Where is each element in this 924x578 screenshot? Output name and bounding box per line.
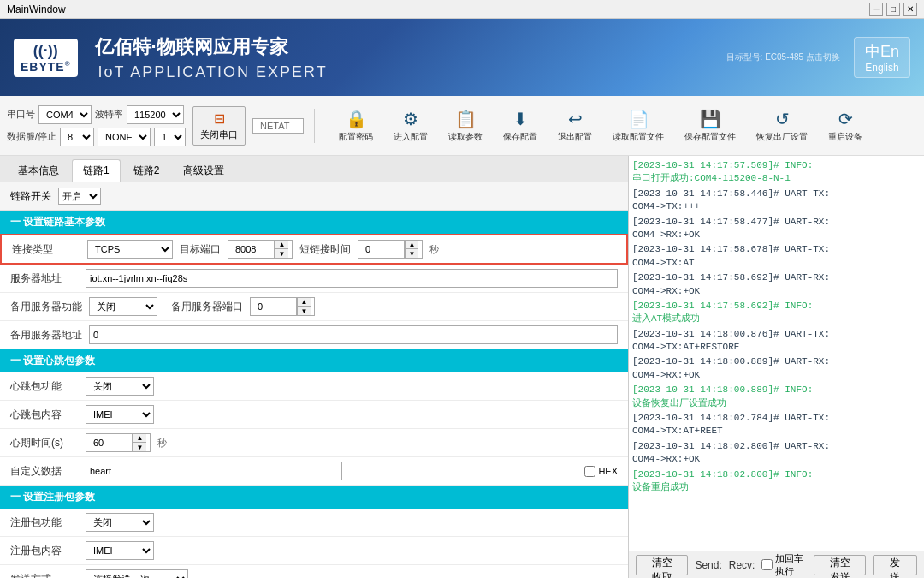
save-config-button[interactable]: ⬇ 保存配置 — [496, 105, 544, 146]
main-area: 基本信息 链路1 链路2 高级设置 链路开关 开启 一 设置链路基本参数 连接 — [0, 156, 924, 578]
send-label: Send: — [695, 559, 721, 571]
hb-func-select[interactable]: 关闭 — [86, 377, 154, 396]
reg-func-select[interactable]: 关闭 — [86, 513, 154, 532]
tab-chain2[interactable]: 链路2 — [122, 159, 171, 182]
hb-hex-checkbox[interactable] — [584, 466, 595, 477]
chain-switch-select[interactable]: 开启 — [58, 188, 101, 205]
reg-content-select[interactable]: IMEI — [86, 541, 154, 560]
tab-advanced[interactable]: 高级设置 — [172, 159, 235, 182]
car-return-label: 加回车执行 — [775, 552, 806, 578]
data-group: 数据服/停止 8 NONE 1 — [7, 128, 186, 146]
hb-content-select[interactable]: IMEI — [86, 405, 154, 424]
port-label: 串口号 — [7, 108, 35, 121]
hb-custom-data-input[interactable] — [86, 462, 342, 480]
enter-config-button[interactable]: ⚙ 进入配置 — [387, 105, 435, 146]
port-settings: 串口号 COM4 波特率 115200 数据服/停止 8 NONE 1 — [7, 105, 186, 146]
backup-server-select[interactable]: 关闭 — [89, 297, 157, 316]
close-port-button[interactable]: ⊟ 关闭串口 — [192, 106, 246, 146]
read-config-file-button[interactable]: 📄 读取配置文件 — [606, 105, 671, 146]
target-port-spinbox: ▲ ▼ — [228, 240, 293, 259]
lang-text: English — [865, 62, 898, 74]
company-title: 亿佰特·物联网应用专家 — [95, 34, 328, 60]
left-panel: 基本信息 链路1 链路2 高级设置 链路开关 开启 一 设置链路基本参数 连接 — [0, 156, 629, 578]
log-entry-8: [2023-10-31 14:18:00.889]# INFO:设备恢复出厂设置… — [632, 384, 921, 410]
data-bits-select[interactable]: 8 — [60, 128, 94, 146]
short-conn-up[interactable]: ▲ — [405, 241, 418, 249]
restore-default-label: 恢复出厂设置 — [756, 131, 808, 143]
logo-area: ((·)) EBYTE® 亿佰特·物联网应用专家 IoT APPLICATION… — [14, 34, 328, 81]
baud-label: 波特率 — [95, 108, 123, 121]
close-button[interactable]: ✕ — [903, 3, 917, 16]
reg-content-label: 注册包内容 — [10, 544, 79, 558]
exit-config-label: 退出配置 — [558, 131, 592, 143]
target-port-up[interactable]: ▲ — [275, 241, 288, 249]
lang-icon: 中En — [865, 41, 899, 62]
data-label: 数据服/停止 — [7, 130, 56, 143]
exit-config-button[interactable]: ↩ 退出配置 — [551, 105, 599, 146]
tab-basic-info[interactable]: 基本信息 — [7, 159, 70, 182]
target-port-input[interactable] — [232, 241, 275, 258]
subtitle: IoT APPLICATION EXPERT — [98, 63, 328, 81]
hb-interval-down[interactable]: ▼ — [133, 443, 146, 451]
backup-port-down[interactable]: ▼ — [297, 307, 311, 315]
recv-label: Recv: — [729, 559, 755, 571]
enter-config-label: 进入配置 — [394, 131, 428, 143]
backup-port-label: 备用服务器端口 — [171, 300, 243, 314]
hb-hex-check: HEX — [584, 466, 618, 477]
reg-content-row: 注册包内容 IMEI — [0, 537, 628, 565]
restore-default-button[interactable]: ↺ 恢复出厂设置 — [749, 105, 814, 146]
stop-bits-select[interactable]: 1 — [154, 128, 186, 146]
baud-select[interactable]: 115200 — [127, 105, 184, 124]
enter-config-icon: ⚙ — [403, 109, 418, 129]
close-port-label: 关闭串口 — [200, 128, 238, 141]
section-register-header: 一 设置注册包参数 — [0, 486, 628, 509]
restore-icon: ↺ — [775, 109, 790, 129]
hb-interval-label: 心期时间(s) — [10, 436, 79, 450]
section-heartbeat-header: 一 设置心跳包参数 — [0, 349, 628, 372]
short-conn-input[interactable] — [362, 241, 405, 258]
reg-send-mode-select[interactable]: 连接发送一次 — [86, 569, 188, 578]
target-port-down[interactable]: ▼ — [275, 249, 288, 258]
nettat-box: NETAT — [252, 118, 304, 134]
log-entry-5: [2023-10-31 14:17:58.692]# INFO:进入AT模式成功 — [632, 300, 921, 326]
logo-ebyte: EBYTE® — [21, 60, 71, 74]
hb-hex-label: HEX — [598, 466, 618, 476]
read-config-file-label: 读取配置文件 — [613, 131, 664, 143]
car-return-checkbox[interactable] — [761, 559, 773, 570]
backup-addr-input[interactable] — [89, 325, 618, 344]
server-addr-input[interactable] — [86, 269, 618, 288]
section-basic-params-header: 一 设置链路基本参数 — [0, 211, 628, 234]
hb-custom-data-label: 自定义数据 — [10, 464, 79, 479]
short-conn-down[interactable]: ▼ — [405, 249, 418, 258]
maximize-button[interactable]: □ — [886, 3, 900, 16]
save-config-file-button[interactable]: 💾 保存配置文件 — [678, 105, 743, 146]
send-button[interactable]: 发送 — [873, 555, 917, 575]
save-config-label: 保存配置 — [503, 131, 537, 143]
wifi-icon: ((·)) — [33, 42, 58, 60]
tab-chain1[interactable]: 链路1 — [72, 159, 121, 182]
save-config-file-label: 保存配置文件 — [684, 131, 736, 143]
backup-server-label: 备用服务器功能 — [10, 300, 82, 314]
port-select[interactable]: COM4 — [38, 105, 92, 124]
log-entry-10: [2023-10-31 14:18:02.800]# UART-RX:COM4-… — [632, 440, 921, 467]
minimize-button[interactable]: ─ — [869, 3, 883, 16]
restart-button[interactable]: ⟳ 重启设备 — [821, 105, 869, 146]
clear-recv-button[interactable]: 清空收取 — [636, 555, 688, 575]
logo-box: ((·)) EBYTE® — [14, 39, 78, 77]
conn-type-select[interactable]: TCPS — [87, 240, 173, 259]
target-model[interactable]: 目标型号: EC05-485 点击切换 — [726, 51, 840, 63]
language-button[interactable]: 中En English — [854, 37, 910, 78]
backup-port-up[interactable]: ▲ — [297, 298, 311, 307]
conn-type-row: 连接类型 TCPS 目标端口 ▲ ▼ 短链接时间 ▲ ▼ 秒 — [0, 234, 628, 265]
toolbar-buttons: 🔒 配置密码 ⚙ 进入配置 📋 读取参数 ⬇ 保存配置 ↩ 退出配置 📄 读取配… — [332, 105, 869, 146]
hb-interval-up[interactable]: ▲ — [133, 434, 146, 443]
restart-label: 重启设备 — [828, 131, 862, 143]
config-pwd-button[interactable]: 🔒 配置密码 — [332, 105, 380, 146]
read-params-button[interactable]: 📋 读取参数 — [441, 105, 489, 146]
hb-interval-input[interactable] — [90, 434, 133, 451]
log-area[interactable]: [2023-10-31 14:17:57.509]# INFO:串口打开成功:C… — [629, 156, 924, 551]
clear-send-button[interactable]: 清空发送 — [814, 555, 866, 575]
parity-select[interactable]: NONE — [98, 128, 151, 146]
backup-port-input[interactable] — [254, 298, 297, 315]
right-panel: [2023-10-31 14:17:57.509]# INFO:串口打开成功:C… — [629, 156, 924, 578]
